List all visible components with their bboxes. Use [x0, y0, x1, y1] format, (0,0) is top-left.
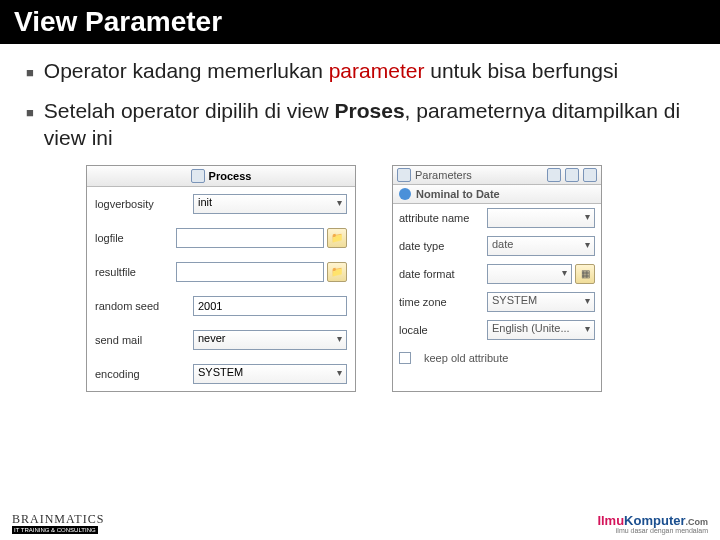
timezone-select[interactable]: SYSTEM — [487, 292, 595, 312]
locale-select[interactable]: English (Unite... — [487, 320, 595, 340]
process-parameters-panel: Process logverbosity init logfile 📁 resu… — [86, 165, 356, 392]
param-label: logverbosity — [95, 198, 185, 210]
param-row-randomseed: random seed — [87, 289, 355, 323]
panel-header: Process — [87, 166, 355, 187]
param-label: locale — [399, 324, 479, 336]
bullet-1: ■ Operator kadang memerlukan parameter u… — [26, 58, 694, 84]
param-label: time zone — [399, 296, 479, 308]
process-icon — [191, 169, 205, 183]
encoding-select[interactable]: SYSTEM — [193, 364, 347, 384]
param-row-logverbosity: logverbosity init — [87, 187, 355, 221]
logo-text: Komputer — [624, 513, 685, 528]
toolbar-icon[interactable] — [583, 168, 597, 182]
bullet-text: Setelah operator dipilih di view — [44, 99, 335, 122]
param-row-resultfile: resultfile 📁 — [87, 255, 355, 289]
logo-brainmatics: BRAINMATICS IT TRAINING & CONSULTING — [12, 513, 104, 534]
param-label: attribute name — [399, 212, 479, 224]
sendmail-select[interactable]: never — [193, 330, 347, 350]
attribute-select[interactable] — [487, 208, 595, 228]
param-row-encoding: encoding SYSTEM — [87, 357, 355, 391]
param-label: resultfile — [95, 266, 168, 278]
panels-container: Process logverbosity init logfile 📁 resu… — [26, 165, 694, 392]
param-label: logfile — [95, 232, 168, 244]
resultfile-input[interactable] — [176, 262, 324, 282]
logfile-input[interactable] — [176, 228, 324, 248]
bullet-marker: ■ — [26, 105, 34, 121]
dateformat-select[interactable] — [487, 264, 572, 284]
param-row-sendmail: send mail never — [87, 323, 355, 357]
logverbosity-select[interactable]: init — [193, 194, 347, 214]
slide-title: View Parameter — [0, 0, 720, 44]
toolbar-icon[interactable] — [547, 168, 561, 182]
browse-icon[interactable]: ▦ — [575, 264, 595, 284]
checkbox-label: keep old attribute — [424, 352, 508, 364]
operator-subheader: Nominal to Date — [393, 185, 601, 204]
param-row-timezone: time zone SYSTEM — [393, 288, 601, 316]
param-label: encoding — [95, 368, 185, 380]
keepold-checkbox[interactable] — [399, 352, 411, 364]
bullet-bold: Proses — [335, 99, 405, 122]
randomseed-input[interactable] — [193, 296, 347, 316]
param-label: random seed — [95, 300, 185, 312]
param-label: send mail — [95, 334, 185, 346]
param-row-logfile: logfile 📁 — [87, 221, 355, 255]
bullet-text: untuk bisa berfungsi — [424, 59, 618, 82]
param-row-keepold: keep old attribute — [393, 344, 601, 372]
tab-parameters[interactable]: Parameters — [415, 169, 472, 181]
operator-parameters-panel: Parameters Nominal to Date attribute nam… — [392, 165, 602, 392]
logo-tagline: IT TRAINING & CONSULTING — [12, 526, 98, 534]
bullet-text: Operator kadang memerlukan — [44, 59, 329, 82]
content-area: ■ Operator kadang memerlukan parameter u… — [0, 44, 720, 406]
logo-text: BRAINMATICS — [12, 513, 104, 525]
logo-ilmukomputer: IlmuKomputer.Com ilmu dasar dengan menda… — [597, 514, 708, 534]
logo-tagline: ilmu dasar dengan mendalam — [597, 527, 708, 534]
panel-title: Process — [209, 170, 252, 182]
param-row-locale: locale English (Unite... — [393, 316, 601, 344]
param-label: date type — [399, 240, 479, 252]
browse-icon[interactable]: 📁 — [327, 262, 347, 282]
logo-text: .Com — [686, 517, 709, 527]
datetype-select[interactable]: date — [487, 236, 595, 256]
operator-icon — [399, 188, 411, 200]
param-row-datetype: date type date — [393, 232, 601, 260]
param-row-dateformat: date format ▦ — [393, 260, 601, 288]
param-row-attribute: attribute name — [393, 204, 601, 232]
logo-text: Ilmu — [597, 513, 624, 528]
footer: BRAINMATICS IT TRAINING & CONSULTING Ilm… — [0, 513, 720, 534]
browse-icon[interactable]: 📁 — [327, 228, 347, 248]
bullet-2: ■ Setelah operator dipilih di view Prose… — [26, 98, 694, 151]
operator-name: Nominal to Date — [416, 188, 500, 200]
toolbar-icon[interactable] — [397, 168, 411, 182]
bullet-marker: ■ — [26, 65, 34, 81]
toolbar-icon[interactable] — [565, 168, 579, 182]
panel-toolbar: Parameters — [393, 166, 601, 185]
param-label: date format — [399, 268, 479, 280]
bullet-highlight: parameter — [329, 59, 425, 82]
